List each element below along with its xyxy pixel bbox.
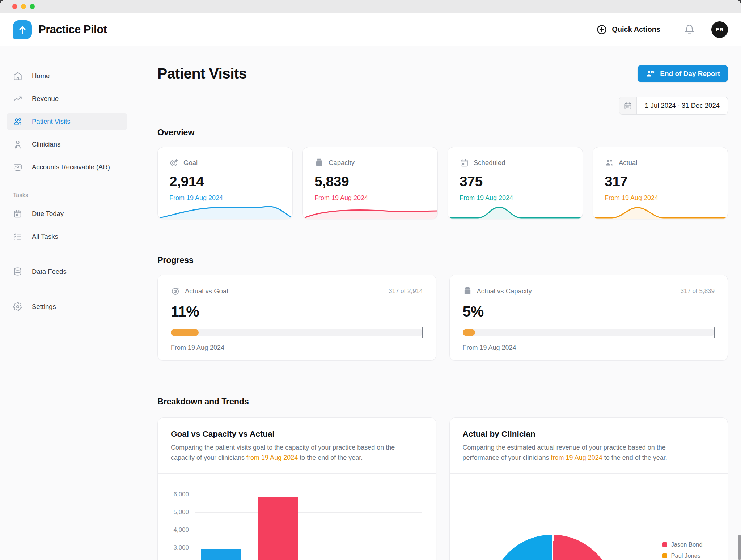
capacity-sparkline [303, 203, 437, 219]
actual-vs-capacity-card: Actual vs Capacity 317 of 5,839 5% From … [449, 275, 728, 361]
donut-chart-title: Actual by Clinician [463, 429, 715, 439]
breakdown-heading: Breakdown and Trends [157, 397, 728, 407]
goal-progress-caption: From 19 Aug 2024 [171, 344, 423, 352]
trending-up-icon [13, 94, 22, 103]
home-icon [13, 71, 22, 81]
goal-sparkline [158, 203, 292, 219]
y-axis-tick-label: 3,000 [171, 544, 189, 551]
breakdown-cards: Goal vs Capacity vs Actual Comparing the… [157, 417, 728, 560]
goal-caption: From 19 Aug 2024 [169, 194, 281, 202]
sidebar-item-all-tasks[interactable]: All Tasks [7, 228, 127, 245]
calendar-icon [460, 158, 469, 167]
goal-percent: 11% [171, 303, 423, 320]
legend-swatch [662, 553, 667, 558]
capacity-card: Capacity 5,839 From 19 Aug 2024 [302, 147, 438, 219]
overview-heading: Overview [157, 128, 728, 137]
banknote-icon [13, 162, 22, 172]
sidebar-item-clinicians[interactable]: Clinicians [7, 136, 127, 153]
database-icon [13, 267, 22, 276]
donut-chart-description: Comparing the estimated actual revenue o… [463, 443, 694, 463]
actual-value: 317 [605, 174, 716, 190]
actual-vs-goal-card: Actual vs Goal 317 of 2,914 11% From 19 … [157, 275, 436, 361]
minimize-window-button[interactable] [21, 4, 26, 9]
capacity-value: 5,839 [314, 174, 426, 190]
notifications-button[interactable] [684, 24, 695, 35]
gear-icon [13, 302, 22, 311]
scheduled-caption: From 19 Aug 2024 [460, 194, 571, 202]
titlebar [0, 0, 741, 13]
progress-fill [171, 329, 199, 336]
report-person-icon [645, 69, 655, 79]
capacity-progress-caption: From 19 Aug 2024 [463, 344, 715, 352]
legend-swatch [662, 542, 667, 547]
donut-legend: Jason Bond Paul Jones Lee Peters Kelly B… [662, 539, 703, 560]
actual-by-clinician-card: Actual by Clinician Comparing the estima… [449, 417, 728, 560]
sidebar-item-settings[interactable]: Settings [7, 298, 127, 315]
bar-goal [201, 549, 241, 560]
bar-chart-plot: 6,0005,0004,0003,0002,0001,0000 [171, 480, 422, 560]
main-content: Patient Visits End of Day Report 1 Jul 2… [134, 46, 741, 560]
y-axis-tick-label: 6,000 [171, 491, 189, 498]
target-icon [169, 158, 179, 167]
scheduled-sparkline [448, 203, 583, 219]
user-avatar[interactable]: ER [711, 21, 728, 38]
bell-icon [684, 24, 695, 35]
close-window-button[interactable] [12, 4, 17, 9]
zoom-window-button[interactable] [30, 4, 35, 9]
calendar-icon [619, 97, 637, 114]
actual-sparkline [593, 203, 728, 219]
bar-chart-title: Goal vs Capacity vs Actual [171, 429, 423, 439]
donut-chart [490, 535, 614, 560]
plus-circle-icon [596, 24, 607, 35]
sidebar: Home Revenue Patient Visits Clinicians A… [0, 46, 134, 560]
scheduled-card: Scheduled 375 From 19 Aug 2024 [448, 147, 583, 219]
goal-value: 2,914 [169, 174, 281, 190]
calendar-day-icon [13, 209, 22, 219]
goal-vs-capacity-vs-actual-card: Goal vs Capacity vs Actual Comparing the… [157, 417, 436, 560]
clinician-icon [13, 140, 22, 149]
quick-actions-button[interactable]: Quick Actions [596, 24, 660, 35]
progress-cards: Actual vs Goal 317 of 2,914 11% From 19 … [157, 275, 728, 361]
capacity-caption: From 19 Aug 2024 [314, 194, 426, 202]
capacity-percent: 5% [463, 303, 715, 320]
date-range-picker[interactable]: 1 Jul 2024 - 31 Dec 2024 [619, 97, 728, 115]
sidebar-item-home[interactable]: Home [7, 67, 127, 85]
archive-icon [314, 158, 324, 167]
page-title: Patient Visits [157, 65, 247, 82]
archive-icon [463, 287, 472, 296]
legend-item: Jason Bond [662, 539, 703, 550]
actual-card: Actual 317 From 19 Aug 2024 [593, 147, 728, 219]
sidebar-item-accounts-receivable[interactable]: Accounts Receivable (AR) [7, 158, 127, 176]
checklist-icon [13, 232, 22, 241]
sidebar-item-data-feeds[interactable]: Data Feeds [7, 263, 127, 280]
date-range-value: 1 Jul 2024 - 31 Dec 2024 [637, 97, 728, 114]
people-icon [605, 158, 614, 167]
overview-cards: Goal 2,914 From 19 Aug 2024 Capacity 5,8… [157, 147, 728, 219]
capacity-progress-bar [463, 329, 715, 336]
sidebar-section-tasks: Tasks [7, 192, 127, 199]
y-axis-tick-label: 4,000 [171, 526, 189, 534]
legend-item: Paul Jones [662, 550, 703, 560]
sidebar-item-due-today[interactable]: Due Today [7, 205, 127, 222]
patients-group-icon [13, 117, 22, 126]
app-window: Practice Pilot Quick Actions ER Home Rev… [0, 0, 741, 560]
practice-pilot-logo-icon [13, 20, 32, 39]
goal-progress-bar [171, 329, 423, 336]
bar-capacity [258, 497, 298, 560]
progress-end-marker [714, 327, 715, 338]
end-of-day-report-button[interactable]: End of Day Report [638, 65, 728, 82]
bar-chart-description: Comparing the patient visits goal to the… [171, 443, 402, 463]
progress-end-marker [422, 327, 423, 338]
sidebar-item-revenue[interactable]: Revenue [7, 90, 127, 107]
y-axis-tick-label: 5,000 [171, 509, 189, 516]
sidebar-item-patient-visits[interactable]: Patient Visits [7, 113, 127, 130]
goal-card: Goal 2,914 From 19 Aug 2024 [157, 147, 293, 219]
progress-fill [463, 329, 475, 336]
scheduled-value: 375 [460, 174, 571, 190]
target-icon [171, 287, 180, 296]
capacity-ratio: 317 of 5,839 [680, 288, 715, 295]
scrollbar-thumb[interactable] [738, 535, 741, 560]
progress-heading: Progress [157, 255, 728, 265]
app-header: Practice Pilot Quick Actions ER [0, 13, 741, 46]
brand-name: Practice Pilot [38, 23, 107, 36]
